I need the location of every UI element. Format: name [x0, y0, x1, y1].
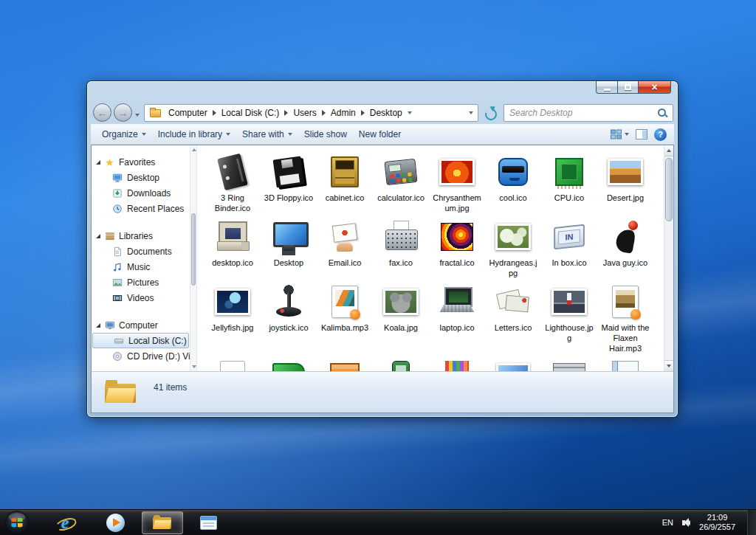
- sidebar-section-libraries[interactable]: Libraries: [92, 228, 190, 244]
- sidebar-item-music[interactable]: Music: [92, 259, 190, 275]
- file-item[interactable]: Letters.ico: [485, 278, 541, 353]
- file-item[interactable]: joystick.ico: [261, 278, 317, 353]
- taskbar-internet-explorer[interactable]: [49, 511, 81, 535]
- sidebar-item-desktop[interactable]: Desktop: [92, 170, 190, 185]
- search-icon[interactable]: [657, 108, 667, 118]
- scroll-up-button[interactable]: [664, 145, 673, 156]
- language-indicator[interactable]: EN: [662, 518, 673, 527]
- sidebar-item-local-disk-c[interactable]: Local Disk (C:): [92, 333, 189, 348]
- file-label: Email.ico: [329, 258, 362, 268]
- expander-icon[interactable]: [96, 234, 100, 238]
- file-label: Java guy.ico: [603, 258, 647, 268]
- file-item[interactable]: [541, 353, 597, 371]
- sidebar-section-computer[interactable]: Computer: [92, 317, 190, 333]
- taskbar-clock[interactable]: 21:09 26/9/2557: [699, 513, 735, 532]
- sidebar-item-downloads[interactable]: Downloads: [92, 185, 190, 201]
- sidebar-item-documents[interactable]: Documents: [92, 244, 190, 259]
- title-bar[interactable]: ×: [87, 81, 678, 102]
- breadcrumb-computer[interactable]: Computer: [165, 106, 210, 120]
- file-item[interactable]: Email.ico: [317, 213, 373, 278]
- taskbar-explorer-active[interactable]: [142, 511, 183, 534]
- new-folder-button[interactable]: New folder: [353, 126, 407, 142]
- file-item[interactable]: cool.ico: [485, 148, 541, 213]
- file-label: Maid with the Flaxen Hair.mp3: [599, 322, 651, 353]
- file-item[interactable]: CPU.ico: [541, 148, 597, 213]
- file-label: Kalimba.mp3: [321, 322, 368, 333]
- file-item[interactable]: [317, 353, 373, 371]
- file-item[interactable]: [429, 353, 485, 371]
- volume-button[interactable]: [682, 518, 690, 528]
- taskbar-media-player[interactable]: [99, 511, 131, 535]
- file-item[interactable]: [205, 353, 261, 371]
- expander-icon[interactable]: [96, 323, 100, 328]
- breadcrumb-admin[interactable]: Admin: [328, 106, 359, 120]
- vertical-scrollbar[interactable]: [664, 145, 673, 371]
- file-item[interactable]: [373, 353, 429, 371]
- minimize-button[interactable]: [596, 81, 617, 94]
- breadcrumb-separator-icon: [213, 110, 216, 116]
- toolbar-right-group: [611, 128, 669, 141]
- file-item[interactable]: 3 Ring Binder.ico: [205, 148, 261, 213]
- file-item[interactable]: fractal.ico: [429, 213, 485, 278]
- file-item[interactable]: calculator.ico: [373, 148, 429, 213]
- search-box[interactable]: Search Desktop: [504, 104, 673, 122]
- scroll-down-button[interactable]: [664, 360, 673, 371]
- breadcrumb-local-disk[interactable]: Local Disk (C:): [219, 106, 283, 120]
- file-item[interactable]: laptop.ico: [429, 278, 485, 353]
- scrollbar-thumb[interactable]: [665, 158, 673, 221]
- refresh-button[interactable]: [481, 104, 499, 122]
- file-item[interactable]: Desert.jpg: [597, 148, 653, 213]
- breadcrumb[interactable]: Computer Local Disk (C:) Users Admin Des…: [144, 104, 478, 122]
- file-item[interactable]: Chrysanthemum.jpg: [429, 148, 485, 213]
- views-button[interactable]: [611, 129, 629, 139]
- start-button[interactable]: [4, 510, 30, 535]
- preview-pane-button[interactable]: [636, 129, 647, 139]
- file-item[interactable]: Kalimba.mp3: [317, 278, 373, 353]
- breadcrumb-users[interactable]: Users: [290, 106, 319, 120]
- letters-icon: [495, 285, 531, 319]
- file-item[interactable]: 3D Floppy.ico: [261, 148, 317, 213]
- taskbar-pinned-app[interactable]: [192, 511, 224, 535]
- sidebar-item-recent-places[interactable]: Recent Places: [92, 201, 190, 216]
- file-item[interactable]: Koala.jpg: [373, 278, 429, 353]
- address-dropdown[interactable]: [469, 111, 473, 114]
- include-label: Include in library: [158, 129, 222, 139]
- sidebar-item-videos[interactable]: Videos: [92, 290, 190, 306]
- file-item[interactable]: cabinet.ico: [317, 148, 373, 213]
- forward-button[interactable]: →: [114, 103, 132, 122]
- file-item[interactable]: In box.ico: [541, 213, 597, 278]
- close-button[interactable]: ×: [638, 81, 671, 94]
- organize-menu[interactable]: Organize: [96, 126, 152, 142]
- file-item[interactable]: Lighthouse.jpg: [541, 278, 597, 353]
- scroll-down-icon[interactable]: [192, 365, 196, 368]
- sidebar-scrollbar[interactable]: [190, 145, 197, 371]
- sidebar-item-cd-drive-d[interactable]: CD Drive (D:) Virt: [92, 348, 190, 364]
- file-item[interactable]: Jellyfish.jpg: [205, 278, 261, 353]
- maximize-button[interactable]: [617, 81, 638, 94]
- scroll-up-icon[interactable]: [192, 148, 196, 151]
- file-item[interactable]: [597, 353, 653, 371]
- file-item[interactable]: [261, 353, 317, 371]
- help-button[interactable]: [654, 128, 667, 141]
- sidebar-scrollbar-thumb[interactable]: [191, 213, 196, 286]
- breadcrumb-item-dropdown[interactable]: [408, 111, 412, 114]
- sidebar-item-label: Desktop: [127, 173, 159, 183]
- file-item[interactable]: Hydrangeas.jpg: [485, 213, 541, 278]
- breadcrumb-desktop[interactable]: Desktop: [367, 106, 405, 120]
- share-with-menu[interactable]: Share with: [236, 126, 298, 142]
- file-item[interactable]: fax.ico: [373, 213, 429, 278]
- slide-show-button[interactable]: Slide show: [298, 126, 353, 142]
- file-item[interactable]: desktop.ico: [205, 213, 261, 278]
- file-item[interactable]: [485, 353, 541, 371]
- file-item[interactable]: Desktop: [261, 213, 317, 278]
- show-desktop-button[interactable]: [747, 510, 756, 535]
- include-in-library-menu[interactable]: Include in library: [152, 126, 236, 142]
- file-label: In box.ico: [551, 258, 586, 268]
- file-item[interactable]: Java guy.ico: [597, 213, 653, 278]
- sidebar-item-pictures[interactable]: Pictures: [92, 275, 190, 290]
- file-item[interactable]: Maid with the Flaxen Hair.mp3: [597, 278, 653, 353]
- back-button[interactable]: ←: [93, 103, 111, 122]
- history-dropdown[interactable]: [135, 106, 140, 120]
- sidebar-section-favorites[interactable]: ★ Favorites: [92, 154, 190, 170]
- expander-icon[interactable]: [96, 160, 100, 165]
